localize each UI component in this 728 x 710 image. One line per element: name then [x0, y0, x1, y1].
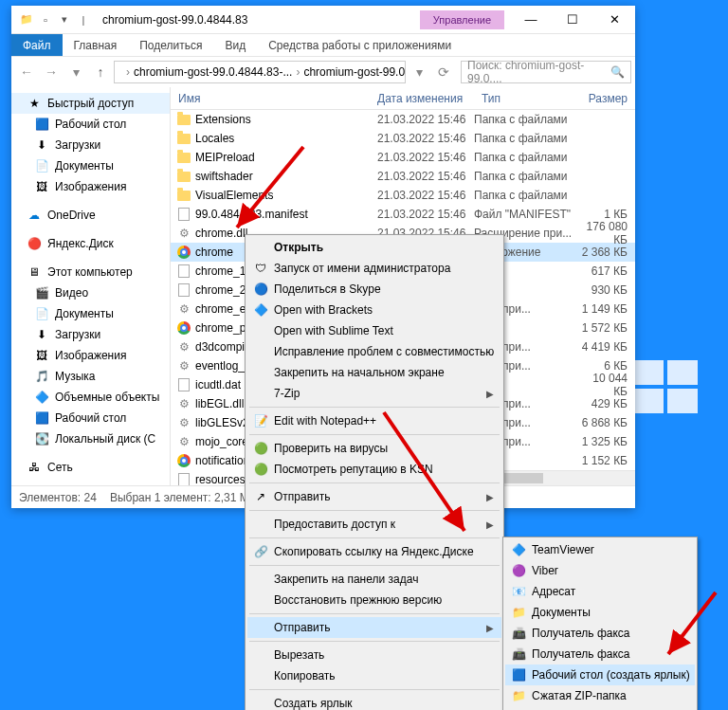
menu-item[interactable]: 🟢Посмотреть репутацию в KSN	[247, 459, 501, 480]
file-name: swiftshader	[195, 170, 370, 183]
sidebar-item[interactable]: 🟦Рабочий стол	[11, 408, 170, 428]
menu-item[interactable]: 🟦Рабочий стол (создать ярлык)	[505, 664, 695, 685]
menu-item[interactable]: 🔷TeamViewer	[505, 539, 695, 560]
file-row[interactable]: VisualElements21.03.2022 15:46Папка с фа…	[171, 186, 635, 205]
menu-item[interactable]: 🔵Поделиться в Skype	[247, 279, 501, 300]
menu-item-label: Восстановить прежнюю версию	[274, 593, 442, 607]
video-icon: 🎬	[34, 285, 49, 300]
menu-item[interactable]: 🔵Устройство Bluetooth	[505, 706, 695, 710]
file-date: 21.03.2022 15:46	[370, 113, 474, 126]
sidebar-item[interactable]: 🔷Объемные объекты	[11, 387, 170, 408]
dropdown-icon[interactable]: ▾	[57, 12, 72, 27]
col-size[interactable]: Размер	[578, 92, 635, 105]
sidebar-item[interactable]: 🎵Музыка	[11, 366, 170, 387]
maximize-button[interactable]: ☐	[552, 6, 593, 34]
sidebar-item[interactable]: 💽Локальный диск (C	[11, 428, 170, 449]
menu-item[interactable]: Создать ярлык	[247, 693, 501, 710]
sidebar-this-pc[interactable]: 🖥Этот компьютер	[11, 262, 170, 282]
menu-item[interactable]: 🟣Viber	[505, 560, 695, 581]
nav-history-button[interactable]: ▾	[64, 61, 87, 83]
menu-item[interactable]: Восстановить прежнюю версию	[247, 590, 501, 610]
breadcrumb-seg[interactable]: chromium-gost-99.0.4844.83-...	[134, 65, 292, 79]
sidebar-onedrive[interactable]: ☁OneDrive	[11, 205, 170, 226]
sidebar-item[interactable]: ⬇Загрузки	[11, 324, 170, 345]
download-icon: ⬇	[34, 327, 49, 342]
menu-item[interactable]: 📁Документы	[505, 602, 695, 623]
sidebar-item[interactable]: 🎬Видео	[11, 282, 170, 303]
search-placeholder: Поиск: chromium-gost-99.0....	[467, 59, 610, 85]
sidebar-item[interactable]: 🖼Изображения	[11, 345, 170, 366]
menu-item[interactable]: 📠Получатель факса	[505, 623, 695, 644]
menu-item[interactable]: 📧Адресат	[505, 581, 695, 602]
breadcrumb-seg[interactable]: chromium-gost-99.0.4844.83	[303, 65, 406, 79]
refresh-button[interactable]: ⟳	[432, 61, 455, 83]
props-icon[interactable]: ▫	[38, 12, 53, 27]
file-name: MEIPreload	[195, 151, 370, 164]
file-name: Locales	[195, 132, 370, 145]
sidebar-item[interactable]: 📄Документы	[11, 155, 170, 176]
menu-item[interactable]: 🔗Скопировать ссылку на Яндекс.Диске	[247, 541, 501, 562]
sidebar-yadisk[interactable]: 🔴Яндекс.Диск	[11, 233, 170, 254]
sendto-submenu: 🔷TeamViewer🟣Viber📧Адресат📁Документы📠Полу…	[502, 537, 698, 710]
sidebar-item[interactable]: 🖼Изображения	[11, 176, 170, 197]
menu-item[interactable]: 📠Получатель факса	[505, 644, 695, 664]
image-icon: 🖼	[34, 348, 49, 363]
minimize-button[interactable]: —	[510, 6, 552, 34]
chevron-right-icon[interactable]: ›	[292, 65, 303, 79]
menu-item[interactable]: 🔷Open with Brackets	[247, 300, 501, 320]
sidebar-item[interactable]: 🟦Рабочий стол	[11, 114, 170, 135]
cloud-icon: ☁	[27, 208, 42, 223]
ribbon-tab-apptools[interactable]: Средства работы с приложениями	[257, 34, 463, 56]
file-date: 21.03.2022 15:46	[370, 208, 474, 221]
yandex-icon: 🔴	[27, 236, 42, 251]
nav-back-button[interactable]: ←	[15, 61, 38, 83]
menu-item[interactable]: 7-Zip▶	[247, 383, 501, 404]
menu-item[interactable]: Копировать	[247, 665, 501, 686]
menu-item-label: Скопировать ссылку на Яндекс.Диске	[274, 545, 474, 558]
file-type: Папка с файлами	[474, 151, 578, 164]
file-row[interactable]: MEIPreload21.03.2022 15:46Папка с файлам…	[171, 148, 635, 167]
menu-item[interactable]: 🟢Проверить на вирусы	[247, 438, 501, 459]
nav-up-button[interactable]: ↑	[89, 61, 112, 83]
file-row[interactable]: swiftshader21.03.2022 15:46Папка с файла…	[171, 167, 635, 186]
menu-item-label: Закрепить на начальном экране	[274, 366, 445, 379]
col-date[interactable]: Дата изменения	[370, 92, 474, 105]
file-icon: ⚙	[176, 396, 191, 411]
menu-item[interactable]: Закрепить на панели задач	[247, 569, 501, 590]
menu-item[interactable]: Open with Sublime Text	[247, 320, 501, 341]
menu-item[interactable]: Открыть	[247, 237, 501, 258]
close-button[interactable]: ✕	[593, 6, 635, 34]
breadcrumb[interactable]: › chromium-gost-99.0.4844.83-... › chrom…	[114, 61, 406, 83]
menu-item[interactable]: 🛡Запуск от имени администратора	[247, 258, 501, 279]
ribbon-file[interactable]: Файл	[11, 34, 63, 56]
menu-item[interactable]: ↗Отправить▶	[247, 486, 501, 507]
menu-item[interactable]: Отправить▶	[247, 617, 501, 638]
menu-item[interactable]: Исправление проблем с совместимостью	[247, 341, 501, 362]
menu-item[interactable]: Предоставить доступ к▶	[247, 514, 501, 535]
submenu-arrow-icon: ▶	[486, 623, 494, 633]
file-row[interactable]: Extensions21.03.2022 15:46Папка с файлам…	[171, 110, 635, 129]
menu-item[interactable]: Закрепить на начальном экране	[247, 362, 501, 383]
menu-item[interactable]: Вырезать	[247, 645, 501, 665]
menu-item[interactable]: 📝Edit with Notepad++	[247, 410, 501, 431]
col-type[interactable]: Тип	[474, 92, 578, 105]
file-row[interactable]: Locales21.03.2022 15:46Папка с файлами	[171, 129, 635, 148]
sidebar-quick-access[interactable]: ★Быстрый доступ	[11, 93, 170, 114]
sidebar-item[interactable]: ⬇Загрузки	[11, 135, 170, 155]
ribbon-context-tab[interactable]: Управление	[420, 10, 504, 29]
menu-item[interactable]: 📁Сжатая ZIP-папка	[505, 685, 695, 706]
ribbon-tab-home[interactable]: Главная	[63, 34, 129, 56]
file-row[interactable]: 99.0.4844.83.manifest21.03.2022 15:46Фай…	[171, 205, 635, 224]
chevron-right-icon[interactable]: ›	[122, 65, 134, 79]
sidebar-item[interactable]: 📄Документы	[11, 303, 170, 324]
breadcrumb-dropdown-icon[interactable]: ▾	[408, 61, 430, 83]
ribbon-tab-view[interactable]: Вид	[213, 34, 257, 56]
file-icon	[176, 245, 191, 260]
sidebar-network[interactable]: 🖧Сеть	[11, 457, 170, 478]
search-input[interactable]: Поиск: chromium-gost-99.0.... 🔍	[461, 61, 631, 83]
file-type: Папка с файлами	[474, 113, 578, 126]
file-size: 930 КБ	[578, 283, 635, 297]
download-icon: ⬇	[34, 137, 49, 153]
ribbon-tab-share[interactable]: Поделиться	[128, 34, 213, 56]
col-name[interactable]: Имя	[171, 92, 370, 105]
